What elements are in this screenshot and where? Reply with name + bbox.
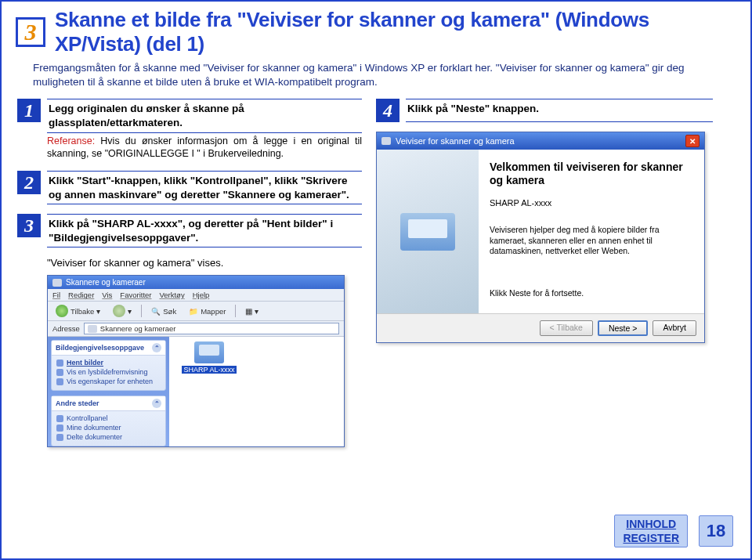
step-1: 1 Legg originalen du ønsker å skanne på … <box>17 99 362 132</box>
toolbar-forward-button[interactable]: ▾ <box>110 304 135 318</box>
chevron-down-icon: ▾ <box>255 307 258 316</box>
explorer-sidepane: Bildegjengivelsesoppgave ⌃ Hent bilder V… <box>48 337 169 446</box>
menu-view[interactable]: Vis <box>102 291 112 299</box>
collapse-icon[interactable]: ⌃ <box>152 399 161 408</box>
scanner-illustration <box>400 213 455 251</box>
address-value: Skannere og kameraer <box>100 324 176 333</box>
camera-icon <box>381 137 391 145</box>
place-icon <box>56 434 63 441</box>
menu-favorites[interactable]: Favoritter <box>120 291 151 299</box>
wizard-body: Velkommen til veiviseren for skanner og … <box>377 150 704 313</box>
reference-text: Hvis du ønsker informasjon om å legge i … <box>47 135 362 159</box>
step-1-text: Legg originalen du ønsker å skanne på gl… <box>47 99 362 132</box>
task-slideshow[interactable]: Vis en lysbildefremvisning <box>56 367 161 377</box>
menu-file[interactable]: Fil <box>52 291 60 299</box>
task-icon <box>56 369 63 376</box>
menu-edit[interactable]: Rediger <box>68 291 94 299</box>
places-panel-header[interactable]: Andre steder ⌃ <box>52 396 165 411</box>
place-label: Kontrollpanel <box>67 414 108 422</box>
toolbar-views-button[interactable]: ▦▾ <box>242 306 262 316</box>
content-columns: 1 Legg originalen du ønsker å skanne på … <box>2 96 750 447</box>
toolbar-folders-button[interactable]: 📁 Mapper <box>186 306 229 316</box>
tasks-list: Hent bilder Vis en lysbildefremvisning V… <box>52 356 165 390</box>
task-label: Vis egenskaper for enheten <box>67 378 153 385</box>
place-icon <box>56 425 63 432</box>
step-3-text: Klikk på "SHARP AL-xxxx", og deretter på… <box>47 214 362 247</box>
explorer-window: Skannere og kameraer Fil Rediger Vis Fav… <box>47 275 345 447</box>
place-shareddocs[interactable]: Delte dokumenter <box>56 432 161 442</box>
wizard-titlebar: Veiviser for skanner og kamera ✕ <box>377 132 704 150</box>
step-3-note: "Veiviser for skanner og kamera" vises. <box>47 257 362 270</box>
toolbar-separator <box>141 305 142 317</box>
main-title: Skanne et bilde fra "Veiviser for skanne… <box>55 8 735 56</box>
step-3-number: 3 <box>17 214 41 237</box>
place-label: Delte dokumenter <box>67 433 122 441</box>
tasks-panel-header[interactable]: Bildegjengivelsesoppgave ⌃ <box>52 341 165 356</box>
camera-icon <box>88 325 97 333</box>
menu-help[interactable]: Hjelp <box>193 291 210 299</box>
step-2: 2 Klikk "Start"-knappen, klikk "Kontroll… <box>17 171 362 204</box>
wizard-button-row: < Tilbake Neste > Avbryt <box>377 313 704 342</box>
place-controlpanel[interactable]: Kontrollpanel <box>56 414 161 423</box>
next-button[interactable]: Neste > <box>598 320 648 336</box>
places-list: Kontrollpanel Mine dokumenter Delte doku… <box>52 411 165 446</box>
place-mydocs[interactable]: Mine dokumenter <box>56 423 161 432</box>
forward-arrow-icon <box>113 305 125 317</box>
step-4-number: 4 <box>376 99 400 122</box>
task-properties[interactable]: Vis egenskaper for enheten <box>56 377 161 386</box>
scanner-icon <box>194 341 224 363</box>
left-column: 1 Legg originalen du ønsker å skanne på … <box>17 99 362 447</box>
step-2-number: 2 <box>17 171 41 194</box>
address-field[interactable]: Skannere og kameraer <box>84 323 339 334</box>
step-1-reference: Referanse: Hvis du ønsker informasjon om… <box>47 135 362 161</box>
cancel-button[interactable]: Avbryt <box>653 320 696 336</box>
header-row: 3 Skanne et bilde fra "Veiviser for skan… <box>2 2 750 60</box>
section-number-badge: 3 <box>16 17 45 47</box>
explorer-toolbar: Tilbake ▾ ▾ 🔍 Søk 📁 Mapper <box>48 302 344 321</box>
place-icon <box>56 415 63 422</box>
page-number: 18 <box>699 515 733 547</box>
search-icon: 🔍 <box>151 307 161 316</box>
chevron-down-icon: ▾ <box>96 307 100 316</box>
places-panel: Andre steder ⌃ Kontrollpanel Mine dokume… <box>51 396 166 446</box>
explorer-body: Bildegjengivelsesoppgave ⌃ Hent bilder V… <box>48 337 344 446</box>
task-icon <box>56 378 63 385</box>
place-label: Mine dokumenter <box>67 424 121 432</box>
close-button[interactable]: ✕ <box>685 135 700 147</box>
explorer-title-text: Skannere og kameraer <box>66 278 146 287</box>
toolbar-back-button[interactable]: Tilbake ▾ <box>52 304 103 318</box>
wizard-main-pane: Velkommen til veiviseren for skanner og … <box>479 150 704 313</box>
task-label: Hent bilder <box>67 359 103 367</box>
nav-link-innhold[interactable]: INNHOLD <box>626 518 676 530</box>
address-label: Adresse <box>52 324 80 333</box>
explorer-titlebar: Skannere og kameraer <box>48 276 344 289</box>
wizard-continue-text: Klikk Neste for å fortsette. <box>490 288 693 298</box>
collapse-icon[interactable]: ⌃ <box>152 343 161 352</box>
nav-links-box: INNHOLD REGISTER <box>614 515 688 547</box>
explorer-content: SHARP AL-xxxx <box>169 337 344 446</box>
views-icon: ▦ <box>245 307 252 316</box>
step-3: 3 Klikk på "SHARP AL-xxxx", og deretter … <box>17 214 362 247</box>
folder-icon: 📁 <box>189 307 198 316</box>
step-2-text: Klikk "Start"-knappen, klikk "Kontrollpa… <box>47 171 362 204</box>
bottom-nav: INNHOLD REGISTER 18 <box>614 515 733 547</box>
step-4-text: Klikk på "Neste" knappen. <box>406 99 713 122</box>
menu-tools[interactable]: Verktøy <box>159 291 184 299</box>
explorer-menubar[interactable]: Fil Rediger Vis Favoritter Verktøy Hjelp <box>48 289 344 302</box>
back-arrow-icon <box>56 305 68 317</box>
task-get-images[interactable]: Hent bilder <box>56 358 161 367</box>
step-4: 4 Klikk på "Neste" knappen. <box>376 99 713 122</box>
nav-link-register[interactable]: REGISTER <box>623 532 679 544</box>
toolbar-search-button[interactable]: 🔍 Søk <box>148 306 179 316</box>
toolbar-separator <box>235 305 236 317</box>
toolbar-back-label: Tilbake <box>70 307 94 316</box>
back-button: < Tilbake <box>540 320 593 336</box>
toolbar-search-label: Søk <box>163 307 176 316</box>
wizard-subheading: SHARP AL-xxxx <box>490 198 693 208</box>
right-column: 4 Klikk på "Neste" knappen. Veiviser for… <box>376 99 713 447</box>
scanner-device-item[interactable]: SHARP AL-xxxx <box>174 341 244 374</box>
step-1-number: 1 <box>17 99 41 122</box>
explorer-addressbar: Adresse Skannere og kameraer <box>48 321 344 337</box>
reference-label: Referanse: <box>47 135 95 146</box>
wizard-title-text: Veiviser for skanner og kamera <box>396 136 515 146</box>
